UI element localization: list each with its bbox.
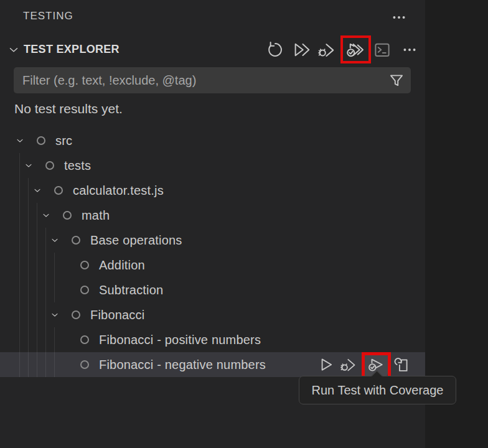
- test-status-circle-icon: [80, 335, 89, 344]
- chevron-down-icon[interactable]: [15, 135, 25, 146]
- tree-row-fibonacci-negative-numbers[interactable]: Fibonacci - negative numbers: [0, 352, 425, 377]
- chevron-down-icon[interactable]: [24, 160, 34, 171]
- tree-item-label: src: [55, 134, 72, 148]
- tree-row-subtraction[interactable]: Subtraction: [0, 278, 425, 302]
- tree-row-base-operations[interactable]: Base operations: [0, 228, 425, 253]
- test-status-circle-icon: [72, 310, 80, 319]
- section-more-actions-button[interactable]: [400, 40, 420, 60]
- refresh-icon: [266, 40, 284, 59]
- test-status-circle-icon: [37, 136, 45, 145]
- tree-item-label: Addition: [99, 258, 145, 273]
- section-collapse-chevron[interactable]: [6, 42, 21, 57]
- go-to-test-button[interactable]: [393, 355, 411, 374]
- test-output-terminal-button[interactable]: [372, 40, 392, 60]
- filter-options-button[interactable]: [386, 70, 407, 91]
- tooltip-text: Run Test with Coverage: [312, 383, 444, 398]
- tree-item-label: calculator.test.js: [73, 184, 164, 198]
- run-all-tests-button[interactable]: [291, 40, 311, 60]
- filter-input[interactable]: [14, 67, 411, 93]
- tooltip: Run Test with Coverage: [299, 376, 456, 404]
- run-all-coverage-icon: [345, 40, 364, 59]
- test-status-circle-icon: [80, 261, 89, 269]
- run-test-button[interactable]: [317, 355, 336, 374]
- chevron-down-icon[interactable]: [41, 210, 51, 221]
- status-message: No test results yet.: [14, 101, 123, 116]
- test-status-circle-icon: [63, 211, 72, 220]
- tree-item-label: Subtraction: [99, 283, 163, 297]
- tree-row-src[interactable]: src: [0, 128, 425, 153]
- chevron-down-icon: [7, 43, 21, 57]
- debug-all-tests-button[interactable]: [316, 40, 336, 60]
- tree-row-calculator-test-js[interactable]: calculator.test.js: [0, 178, 425, 203]
- panel-title: TESTING: [23, 10, 73, 22]
- tree-row-fibonacci[interactable]: Fibonacci: [0, 302, 425, 327]
- section-title: TEST EXPLORER: [24, 43, 120, 56]
- more-icon: [401, 42, 418, 58]
- tree-item-label: Fibonacci: [90, 308, 144, 322]
- run-all-tests-with-coverage-button[interactable]: [345, 40, 365, 60]
- chevron-down-icon[interactable]: [50, 235, 60, 246]
- tree-item-label: Fibonacci - positive numbers: [99, 333, 261, 347]
- test-status-circle-icon: [45, 161, 54, 170]
- tree-row-fibonacci-positive-numbers[interactable]: Fibonacci - positive numbers: [0, 327, 425, 352]
- debug-all-icon: [317, 40, 336, 59]
- panel-more-actions-button[interactable]: [390, 8, 408, 27]
- chevron-down-icon[interactable]: [32, 185, 42, 196]
- tree-row-math[interactable]: math: [0, 203, 425, 228]
- terminal-icon: [373, 40, 392, 59]
- test-status-circle-icon: [72, 236, 80, 245]
- test-status-circle-icon: [54, 186, 63, 195]
- tree-item-label: Base operations: [90, 233, 182, 248]
- more-icon: [391, 9, 407, 26]
- chevron-down-icon[interactable]: [50, 309, 60, 320]
- tree-row-tests[interactable]: tests: [0, 153, 425, 178]
- filter-funnel-icon: [388, 72, 405, 89]
- run-all-icon: [292, 40, 311, 59]
- testing-sidebar: TESTING TEST EXPLORER: [0, 0, 488, 448]
- debug-test-button[interactable]: [339, 355, 357, 374]
- row-actions: [0, 352, 425, 377]
- test-tree: src tests calculator.test.js math Base o…: [0, 128, 425, 377]
- tree-item-label: math: [82, 208, 110, 223]
- refresh-tests-button[interactable]: [265, 40, 285, 60]
- test-status-circle-icon: [80, 286, 89, 294]
- tree-row-addition[interactable]: Addition: [0, 253, 425, 278]
- tree-item-label: tests: [64, 159, 91, 173]
